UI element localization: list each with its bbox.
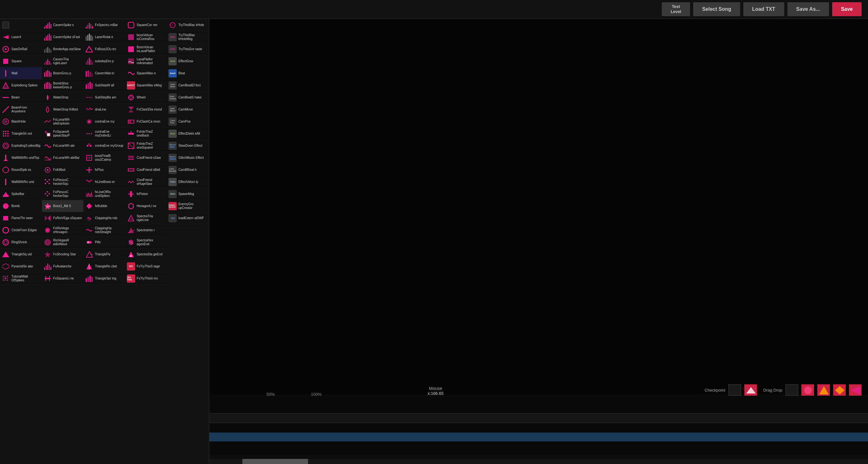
list-item[interactable]: Pills bbox=[84, 236, 125, 249]
list-item[interactable]: FxPiescoC heckerSqu bbox=[42, 188, 84, 200]
list-item[interactable]: fxPiston bbox=[125, 188, 167, 200]
timeline-scrollbar[interactable] bbox=[209, 459, 868, 464]
list-item[interactable]: TRY FxTryThisS tage bbox=[125, 260, 167, 272]
list-item[interactable]: BeamGrou p bbox=[42, 67, 84, 79]
list-item[interactable]: CamBreath CamBReat h bbox=[167, 164, 209, 176]
list-item[interactable]: fxLineBows er bbox=[84, 176, 125, 188]
list-item[interactable]: WallWithRo und bbox=[0, 176, 42, 188]
list-item[interactable]: WaterDrop bbox=[42, 91, 84, 104]
list-item[interactable]: fxPlus bbox=[84, 164, 125, 176]
list-item[interactable]: BombShoc kwaveGrou p bbox=[42, 79, 84, 91]
list-item[interactable]: CircleFrom Edges bbox=[0, 224, 42, 236]
list-item[interactable]: RoundSpik es bbox=[0, 164, 42, 176]
list-item[interactable]: SquareWav e bbox=[125, 67, 167, 79]
list-item[interactable]: contraEne myGroup bbox=[84, 140, 125, 152]
timeline-content[interactable] bbox=[209, 423, 868, 455]
list-item[interactable]: TutorialWall OfSpikes bbox=[0, 272, 42, 285]
list-item[interactable]: CamPos CamPos bbox=[167, 116, 209, 128]
list-item[interactable]: fxBubble bbox=[84, 200, 125, 212]
drag-drop-btn-3[interactable] bbox=[817, 384, 830, 396]
list-item[interactable]: FxBoss2Ou tro bbox=[84, 43, 125, 55]
list-item[interactable]: CamMove CamMove bbox=[167, 104, 209, 116]
list-item[interactable]: SpectraInto r bbox=[125, 224, 167, 236]
list-item[interactable]: CoolFriend sBelt bbox=[125, 164, 167, 176]
list-item[interactable]: bossFinalB oss2Caterp bbox=[84, 152, 125, 164]
list-item[interactable] bbox=[0, 19, 42, 31]
list-item[interactable]: LavaPlatfor mAnimated bbox=[125, 55, 167, 67]
drag-drop-btn-4[interactable] bbox=[833, 384, 846, 396]
list-item[interactable]: MSG TryThisGre nade bbox=[167, 43, 209, 55]
list-item[interactable]: CoolFriend sHugeSaw bbox=[125, 176, 167, 188]
list-item[interactable]: Grav EffectDelet eAll bbox=[167, 128, 209, 140]
list-item[interactable]: SpectraTria ngleLine bbox=[125, 212, 167, 224]
timeline-track[interactable] bbox=[209, 433, 868, 441]
save-button[interactable]: Save bbox=[832, 2, 862, 16]
list-item[interactable]: MusicGlitch GlitchMusic Effect bbox=[167, 152, 209, 164]
list-item[interactable]: FxSquareA ppearStayP bbox=[42, 128, 84, 140]
list-item[interactable]: SpikeBar bbox=[0, 188, 42, 200]
list-item[interactable]: MSG SpawnMsg bbox=[167, 188, 209, 200]
list-item[interactable]: FlameThr ower bbox=[0, 212, 42, 224]
list-item[interactable]: BlackHole bbox=[0, 116, 42, 128]
list-item[interactable]: ExplodingS pikesBig bbox=[0, 140, 42, 152]
list-item[interactable]: SpectraHex agonEnd bbox=[125, 236, 167, 249]
list-item[interactable]: TriangleSh oot bbox=[0, 128, 42, 140]
list-item[interactable]: RioVegasR adioWave bbox=[42, 236, 84, 249]
list-item[interactable]: TriangleRo cket bbox=[84, 260, 125, 272]
test-level-button[interactable]: TestLevel bbox=[662, 2, 690, 16]
list-item[interactable]: boot Beat bbox=[167, 67, 209, 79]
list-item[interactable]: MSG TryThisBlac kHoleMsg bbox=[167, 31, 209, 43]
checkpoint-btn-2[interactable] bbox=[744, 384, 757, 396]
list-item[interactable]: Bomb bbox=[0, 200, 42, 212]
list-item[interactable]: bossVolcan ioContraRou bbox=[125, 31, 167, 43]
list-item[interactable]: Wall bbox=[0, 67, 42, 79]
list-item[interactable]: CavernSpike sFast bbox=[42, 31, 84, 43]
list-item[interactable]: ENEMY GROUP EnemyGro upCreator bbox=[167, 200, 209, 212]
list-item[interactable]: Square bbox=[0, 55, 42, 67]
list-item[interactable]: SpectraSta geEnd bbox=[125, 249, 167, 260]
list-item[interactable]: BeamFrom Anywhere bbox=[0, 104, 42, 116]
list-item[interactable]: Grav EffectGrav bbox=[167, 55, 209, 67]
list-item[interactable]: WaterDrop Killbot bbox=[42, 104, 84, 116]
list-item[interactable]: ATK Boss2_Atk 5 bbox=[42, 200, 84, 212]
list-item[interactable]: contraEne my bbox=[84, 116, 125, 128]
list-item[interactable]: FxClashDia mond bbox=[125, 104, 167, 116]
list-item[interactable]: FxRioVEga sSquare bbox=[42, 212, 84, 224]
list-item[interactable]: CamBeat CamBeatEf fect bbox=[167, 79, 209, 91]
list-item[interactable]: Explodiong Spikes bbox=[0, 79, 42, 91]
list-item[interactable]: SubStepBe am bbox=[84, 91, 125, 104]
load-txt-button[interactable]: Load TXT bbox=[743, 2, 784, 16]
list-item[interactable]: contraEne myDottedLi bbox=[84, 128, 125, 140]
list-item[interactable]: Beam bbox=[0, 91, 42, 104]
list-item[interactable]: SHOOT SquareWav eMsg bbox=[125, 79, 167, 91]
list-item[interactable]: RingShrink bbox=[0, 236, 42, 249]
select-song-button[interactable]: Select Song bbox=[693, 2, 740, 16]
list-item[interactable]: WallWithRo undTop bbox=[0, 152, 42, 164]
list-item[interactable]: CavernTria ngleLaser bbox=[42, 55, 84, 67]
list-item[interactable]: TriangleSpr ing bbox=[84, 272, 125, 285]
list-item[interactable]: LazerRotat e bbox=[84, 31, 125, 43]
list-item[interactable]: FxRioVega sHexagon bbox=[42, 224, 84, 236]
list-item[interactable]: .SWF loadExtern alSWF bbox=[167, 212, 209, 224]
list-item[interactable]: FxIntoTheZ oneBack bbox=[125, 128, 167, 140]
list-item[interactable]: TRY THIS FxTryThisIn tro bbox=[125, 272, 167, 285]
timeline-thumb[interactable] bbox=[242, 459, 308, 464]
list-item[interactable]: FxClashCa nnon bbox=[125, 116, 167, 128]
list-item[interactable]: FxSpectru mBar bbox=[84, 19, 125, 31]
list-item[interactable]: CavernWat er bbox=[84, 67, 125, 79]
list-item[interactable]: CamShake CamBeatS hake bbox=[167, 91, 209, 104]
list-item[interactable]: TriangleFly bbox=[84, 249, 125, 260]
drag-drop-btn-5[interactable] bbox=[849, 384, 862, 396]
list-item[interactable]: CoolFriend sSaw bbox=[125, 152, 167, 164]
list-item[interactable]: TriangleSq uid bbox=[0, 249, 42, 260]
list-item[interactable]: FxIntoTheZ oneSquareI bbox=[125, 140, 167, 152]
checkpoint-btn-1[interactable] bbox=[728, 384, 741, 396]
list-item[interactable]: FxLunarWh ale bbox=[42, 140, 84, 152]
list-item[interactable]: ClappingHa nds bbox=[84, 212, 125, 224]
list-item[interactable]: Laser4 bbox=[0, 31, 42, 43]
list-item[interactable]: SawOnRail bbox=[0, 43, 42, 55]
list-item[interactable]: HexagonLi ne bbox=[125, 200, 167, 212]
list-item[interactable]: BorderApp earSlow bbox=[42, 43, 84, 55]
list-item[interactable]: FxSquareLi ne bbox=[42, 272, 84, 285]
list-item[interactable]: FxAvalanche bbox=[42, 260, 84, 272]
